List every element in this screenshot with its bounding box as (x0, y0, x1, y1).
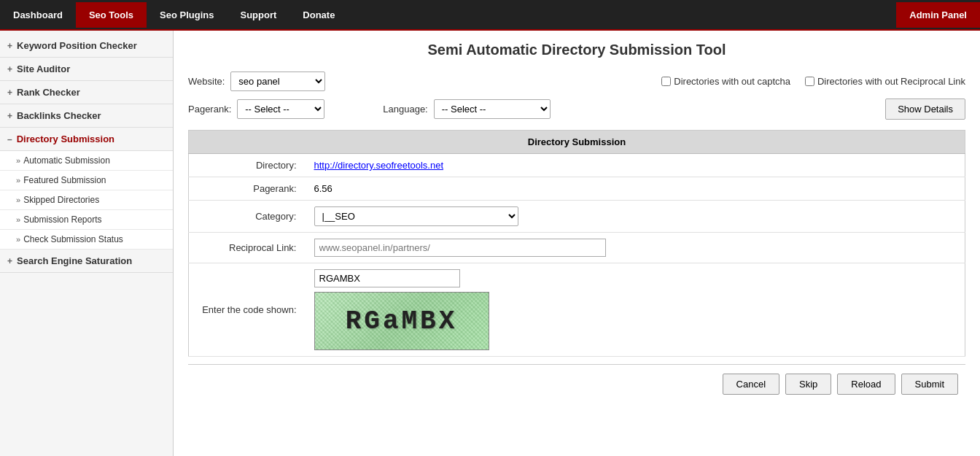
sidebar-sub-skipped-directories[interactable]: » Skipped Directories (0, 190, 173, 210)
nav-right: Admin Panel (896, 2, 980, 28)
captcha-checkbox[interactable] (661, 77, 671, 86)
directory-label-cell: Directory: (189, 154, 306, 177)
captcha-label: Directories with out captcha (674, 76, 790, 87)
page-title: Semi Automatic Directory Submission Tool (188, 42, 965, 58)
sidebar-sub-check-submission-status[interactable]: » Check Submission Status (0, 230, 173, 250)
reciprocal-checkbox-group: Directories with out Reciprocal Link (805, 76, 965, 87)
sidebar-item-search-engine-saturation[interactable]: + Search Engine Saturation (0, 250, 173, 273)
captcha-input[interactable] (314, 269, 460, 287)
nav-dashboard[interactable]: Dashboard (0, 2, 76, 28)
plus-icon: + (7, 111, 12, 121)
pagerank-row-label-cell: Pagerank: (189, 177, 306, 201)
plus-icon: + (7, 41, 12, 51)
plus-icon: + (7, 256, 12, 266)
nav-left: Dashboard Seo Tools Seo Plugins Support … (0, 2, 896, 28)
nav-seo-plugins[interactable]: Seo Plugins (147, 2, 227, 28)
language-select[interactable]: -- Select -- (434, 99, 551, 119)
sidebar-item-directory-submission[interactable]: – Directory Submission (0, 128, 173, 151)
arrow-icon: » (16, 235, 20, 244)
captcha-label-cell: Enter the code shown: (189, 263, 306, 357)
sidebar-sub-submission-reports[interactable]: » Submission Reports (0, 210, 173, 230)
show-details-group: Show Details (885, 98, 965, 120)
plus-icon: + (7, 64, 12, 74)
website-group: Website: seo panel (188, 72, 325, 91)
category-value-cell: |__SEO (306, 201, 965, 233)
bottom-actions: Cancel Skip Reload Submit (188, 364, 965, 403)
table-row-pagerank: Pagerank: 6.56 (189, 177, 965, 201)
reciprocal-input[interactable] (314, 239, 606, 257)
language-group: Language: -- Select -- (383, 99, 550, 119)
table-row-category: Category: |__SEO (189, 201, 965, 233)
content-area: Semi Automatic Directory Submission Tool… (174, 31, 980, 456)
table-row-directory: Directory: http://directory.seofreetools… (189, 154, 965, 177)
pagerank-group: Pagerank: -- Select -- (188, 99, 324, 119)
directory-value-cell: http://directory.seofreetools.net (306, 154, 965, 177)
language-label: Language: (383, 104, 427, 115)
plus-icon: + (7, 88, 12, 98)
table-row-captcha: Enter the code shown: RGaMBX (189, 263, 965, 357)
captcha-checkbox-group: Directories with out captcha (661, 76, 790, 87)
sidebar-sub-automatic-submission[interactable]: » Automatic Submission (0, 151, 173, 171)
nav-admin-panel[interactable]: Admin Panel (896, 2, 980, 28)
reciprocal-input-cell (306, 233, 965, 263)
directory-link[interactable]: http://directory.seofreetools.net (314, 160, 444, 171)
sidebar: + Keyword Position Checker + Site Audito… (0, 31, 174, 456)
sidebar-item-rank-checker[interactable]: + Rank Checker (0, 81, 173, 104)
reciprocal-checkbox[interactable] (805, 77, 814, 86)
reload-button[interactable]: Reload (837, 374, 895, 395)
arrow-icon: » (16, 215, 20, 224)
category-select[interactable]: |__SEO (314, 206, 518, 226)
minus-icon: – (7, 134, 12, 144)
skip-button[interactable]: Skip (785, 374, 831, 395)
cancel-button[interactable]: Cancel (723, 374, 779, 395)
website-label: Website: (188, 76, 225, 87)
captcha-text: RGaMBX (346, 306, 458, 336)
form-row-2: Pagerank: -- Select -- Language: -- Sele… (188, 98, 965, 120)
pagerank-label: Pagerank: (188, 104, 231, 115)
main-layout: + Keyword Position Checker + Site Audito… (0, 31, 980, 456)
nav-donate[interactable]: Donate (289, 2, 348, 28)
pagerank-select[interactable]: -- Select -- (237, 99, 324, 119)
table-row-reciprocal: Reciprocal Link: (189, 233, 965, 263)
submit-button[interactable]: Submit (901, 374, 958, 395)
nav-seo-tools[interactable]: Seo Tools (76, 2, 147, 28)
captcha-cell: RGaMBX (306, 263, 965, 357)
reciprocal-row-label-cell: Reciprocal Link: (189, 233, 306, 263)
ds-table-header: Directory Submission (189, 131, 965, 154)
category-label-cell: Category: (189, 201, 306, 233)
website-select[interactable]: seo panel (230, 72, 325, 91)
pagerank-row-value-cell: 6.56 (306, 177, 965, 201)
top-nav: Dashboard Seo Tools Seo Plugins Support … (0, 0, 980, 31)
sidebar-item-backlinks-checker[interactable]: + Backlinks Checker (0, 104, 173, 128)
nav-support[interactable]: Support (227, 2, 289, 28)
right-controls: Directories with out captcha Directories… (661, 76, 965, 87)
show-details-button[interactable]: Show Details (885, 98, 965, 120)
sidebar-item-keyword-position-checker[interactable]: + Keyword Position Checker (0, 34, 173, 58)
form-row-1: Website: seo panel Directories with out … (188, 72, 965, 91)
arrow-icon: » (16, 176, 20, 185)
reciprocal-label: Directories with out Reciprocal Link (817, 76, 965, 87)
directory-submission-table: Directory Submission Directory: http://d… (188, 130, 965, 357)
sidebar-sub-featured-submission[interactable]: » Featured Submission (0, 171, 173, 190)
sidebar-item-site-auditor[interactable]: + Site Auditor (0, 58, 173, 81)
arrow-icon: » (16, 196, 20, 204)
captcha-image: RGaMBX (314, 292, 489, 350)
arrow-icon: » (16, 156, 20, 165)
